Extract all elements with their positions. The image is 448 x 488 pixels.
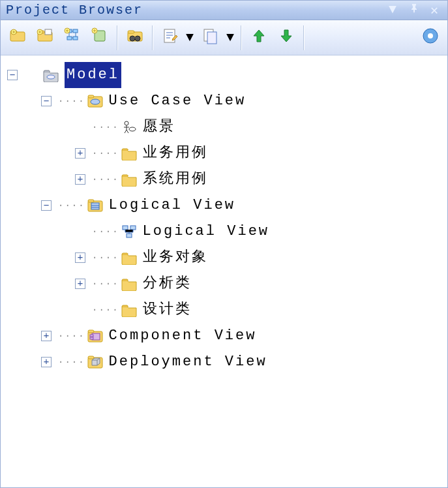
tree-label[interactable]: 系统用例 [143, 166, 208, 192]
tree-node-analysis-class[interactable]: + ···· 分析类 [7, 271, 445, 297]
svg-rect-8 [73, 29, 78, 33]
tree-label[interactable]: 业务对象 [143, 245, 208, 271]
toolbar-separator [117, 25, 118, 50]
tree-label[interactable]: 分析类 [143, 271, 192, 297]
close-icon[interactable]: ✕ [428, 2, 442, 18]
project-browser-panel: Project Browser ▼ ✕ [0, 0, 448, 488]
svg-rect-9 [67, 37, 72, 40]
svg-rect-26 [88, 95, 94, 98]
expand-icon[interactable]: + [75, 279, 85, 289]
folder-icon [119, 274, 139, 294]
expand-icon[interactable]: + [75, 174, 85, 185]
svg-rect-10 [73, 37, 78, 40]
tree-label[interactable]: 设计类 [143, 297, 192, 323]
actor-icon [119, 117, 139, 137]
tree-node-system-usecase[interactable]: + ···· 系统用例 [7, 166, 445, 192]
collapse-icon[interactable]: − [7, 70, 18, 80]
edit-button[interactable] [157, 25, 183, 51]
new-model-button[interactable] [5, 25, 31, 51]
expand-icon[interactable]: + [75, 252, 85, 263]
move-down-button[interactable] [273, 25, 299, 51]
model-icon [41, 65, 61, 85]
tree-node-usecase-view[interactable]: − ···· Use Case View [7, 88, 445, 114]
svg-rect-5 [45, 29, 52, 35]
folder-icon [119, 248, 139, 267]
tree-node-component-view[interactable]: + ···· Component View [7, 323, 445, 349]
copy-button[interactable] [198, 25, 224, 51]
svg-rect-42 [88, 356, 94, 359]
tree-node-logical-diagram[interactable]: · ···· Logical View [7, 219, 445, 245]
expand-icon[interactable]: + [75, 148, 85, 159]
new-element-icon [91, 27, 109, 49]
tree-node-model[interactable]: − Model [7, 62, 445, 88]
new-element-button[interactable] [87, 25, 113, 51]
titlebar: Project Browser ▼ ✕ [1, 1, 447, 20]
svg-rect-33 [123, 226, 128, 230]
svg-point-29 [129, 127, 136, 131]
svg-point-23 [428, 33, 433, 38]
toolbar: ▼ ▼ [1, 20, 447, 55]
titlebar-title: Project Browser [6, 3, 386, 18]
new-package-icon [36, 27, 54, 49]
dropdown-icon[interactable]: ▼ [386, 2, 400, 18]
collapse-icon[interactable]: − [41, 96, 52, 106]
expand-icon[interactable]: + [41, 357, 52, 367]
search-button[interactable] [122, 25, 148, 51]
svg-rect-34 [130, 226, 136, 230]
copy-icon [202, 27, 220, 49]
arrow-up-icon [251, 28, 267, 48]
tree-label[interactable]: Model [65, 62, 121, 88]
help-icon [422, 27, 439, 48]
svg-rect-15 [128, 31, 134, 33]
tree-node-deployment-view[interactable]: + ···· Deployment View [7, 349, 445, 375]
expand-icon[interactable]: + [41, 331, 52, 341]
logical-view-icon [85, 196, 105, 215]
tree-view[interactable]: − Model − ···· Use Case View · ···· 愿景 +… [1, 55, 447, 378]
toolbar-separator [303, 25, 305, 50]
toolbar-separator [241, 25, 242, 50]
pin-icon[interactable] [407, 2, 421, 18]
titlebar-controls: ▼ ✕ [386, 2, 442, 18]
svg-point-24 [47, 75, 55, 79]
binoculars-icon [126, 27, 144, 49]
svg-rect-19 [164, 29, 175, 42]
edit-dropdown-caret[interactable]: ▼ [183, 30, 196, 45]
folder-icon [119, 170, 139, 189]
svg-rect-35 [127, 234, 132, 237]
tree-node-business-object[interactable]: + ···· 业务对象 [7, 245, 445, 271]
svg-rect-40 [90, 337, 93, 339]
toolbar-separator [152, 25, 153, 50]
svg-rect-21 [207, 32, 217, 44]
help-button[interactable] [417, 25, 443, 51]
new-model-icon [8, 27, 27, 49]
folder-icon [119, 144, 139, 163]
folder-icon [119, 300, 139, 320]
svg-rect-31 [88, 200, 94, 202]
edit-icon [161, 27, 179, 49]
arrow-down-icon [278, 28, 294, 48]
tree-label[interactable]: Component View [109, 323, 257, 349]
class-diagram-icon [119, 222, 139, 241]
tree-label[interactable]: Deployment View [109, 349, 267, 375]
tree-label[interactable]: 愿景 [143, 114, 175, 140]
svg-rect-32 [91, 203, 99, 209]
new-diagram-button[interactable] [59, 25, 85, 51]
collapse-icon[interactable]: − [41, 200, 52, 211]
new-package-button[interactable] [32, 25, 58, 51]
tree-label[interactable]: Logical View [109, 192, 235, 219]
usecase-view-icon [85, 91, 105, 111]
copy-dropdown-caret[interactable]: ▼ [224, 30, 237, 45]
deployment-view-icon [85, 352, 105, 372]
svg-rect-37 [88, 330, 94, 333]
tree-node-vision[interactable]: · ···· 愿景 [7, 114, 445, 140]
tree-label[interactable]: Use Case View [109, 88, 246, 114]
svg-point-27 [91, 99, 100, 104]
move-up-button[interactable] [246, 25, 272, 51]
tree-node-business-usecase[interactable]: + ···· 业务用例 [7, 140, 445, 166]
tree-node-design-class[interactable]: · ···· 设计类 [7, 297, 445, 323]
svg-rect-18 [134, 37, 136, 38]
svg-point-28 [125, 121, 128, 125]
tree-label[interactable]: Logical View [143, 219, 269, 245]
tree-node-logical-view[interactable]: − ···· Logical View [7, 192, 445, 219]
tree-label[interactable]: 业务用例 [143, 140, 208, 166]
